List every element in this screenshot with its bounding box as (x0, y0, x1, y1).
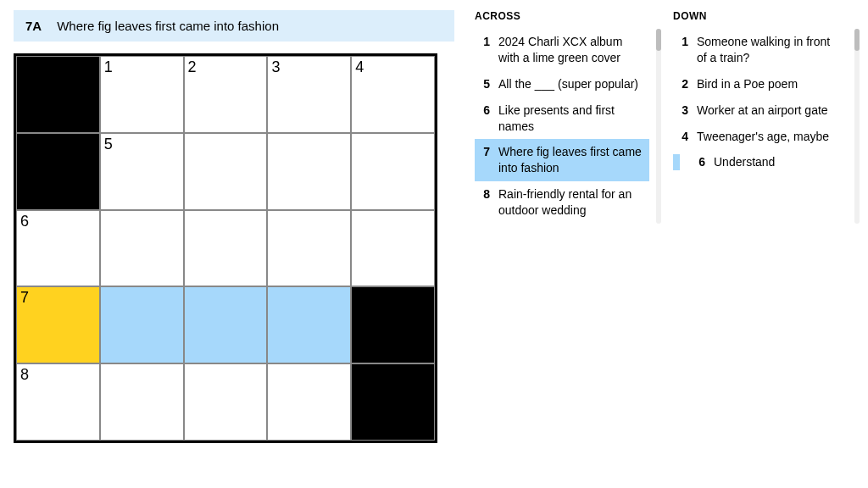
left-panel: 7A Where fig leaves first came into fash… (14, 10, 454, 443)
cell-number: 4 (355, 58, 364, 76)
clue-item[interactable]: 5All the ___ (super popular) (475, 71, 649, 97)
clue-item[interactable]: 3Worker at an airport gate (673, 97, 848, 124)
cell[interactable]: 5 (100, 133, 184, 210)
clue-text: Rain-friendly rental for an outdoor wedd… (498, 186, 644, 219)
scrollbar-thumb[interactable] (854, 29, 860, 51)
clue-item[interactable]: 6Understand (673, 149, 848, 175)
cell[interactable] (267, 133, 351, 210)
cell-number: 6 (20, 213, 29, 230)
cell-number: 8 (20, 366, 29, 384)
clue-highlight-bar (673, 154, 680, 170)
clue-number: 7 (478, 144, 490, 176)
cell-number: 2 (188, 58, 197, 76)
scrollbar-thumb[interactable] (656, 29, 661, 51)
cell[interactable]: 1 (100, 56, 184, 133)
clue-text: Where fig leaves first came into fashion (498, 144, 644, 176)
across-clue-list: 12024 Charli XCX album with a lime green… (475, 29, 649, 224)
clue-item[interactable]: 7Where fig leaves first came into fashio… (475, 139, 649, 181)
cell-black (16, 56, 100, 133)
down-clue-list: 1Someone walking in front of a train?2Bi… (673, 29, 848, 175)
clue-number: 1 (676, 34, 688, 66)
clue-number: 3 (676, 103, 688, 119)
clue-text: 2024 Charli XCX album with a lime green … (498, 34, 644, 66)
clue-text: Like presents and first names (498, 103, 644, 135)
across-heading: ACROSS (475, 10, 649, 22)
clue-number: 4 (676, 129, 688, 145)
crossword-layout: 7A Where fig leaves first came into fash… (14, 10, 854, 443)
cell-number: 7 (20, 289, 29, 307)
clue-number: 2 (676, 76, 688, 92)
clue-number: 5 (478, 76, 490, 92)
clue-number: 6 (693, 154, 705, 170)
cell[interactable] (100, 210, 184, 287)
clue-item[interactable]: 1Someone walking in front of a train? (673, 29, 848, 71)
across-column: ACROSS 12024 Charli XCX album with a lim… (475, 10, 656, 224)
cell[interactable] (184, 286, 268, 363)
cell-number: 3 (271, 58, 280, 76)
clue-text: Worker at an airport gate (697, 103, 843, 119)
current-clue-bar: 7A Where fig leaves first came into fash… (14, 10, 454, 42)
clue-text: Bird in a Poe poem (697, 76, 843, 92)
clue-text: Someone walking in front of a train? (697, 34, 843, 66)
clue-number: 6 (478, 103, 490, 135)
down-heading: DOWN (673, 10, 848, 22)
cell[interactable] (100, 286, 184, 363)
cell-black (16, 133, 100, 210)
clue-item[interactable]: 6Like presents and first names (475, 97, 649, 140)
clue-item[interactable]: 2Bird in a Poe poem (673, 71, 848, 97)
down-scrollbar[interactable] (854, 29, 860, 224)
cell-black (351, 363, 435, 441)
cell[interactable] (267, 363, 351, 441)
clue-text: Tweenager's age, maybe (697, 129, 843, 145)
cell[interactable] (100, 363, 184, 441)
cell[interactable] (351, 210, 435, 287)
cell-black (351, 286, 435, 363)
current-clue-label: 7A (25, 19, 42, 33)
cell[interactable]: 2 (184, 56, 268, 133)
down-column: DOWN 1Someone walking in front of a trai… (673, 10, 854, 224)
cell[interactable]: 3 (267, 56, 351, 133)
cell[interactable]: 8 (16, 363, 100, 441)
cell[interactable]: 4 (351, 56, 435, 133)
cell[interactable]: 6 (16, 210, 100, 287)
cell[interactable] (267, 210, 351, 287)
cell[interactable] (184, 210, 268, 287)
clue-item[interactable]: 12024 Charli XCX album with a lime green… (475, 29, 649, 71)
across-scrollbar[interactable] (656, 29, 661, 224)
cell-number: 1 (104, 58, 113, 76)
cell[interactable] (351, 133, 435, 210)
clue-item[interactable]: 4Tweenager's age, maybe (673, 124, 848, 150)
cell[interactable] (184, 133, 268, 210)
clue-item[interactable]: 8Rain-friendly rental for an outdoor wed… (475, 181, 649, 224)
cell[interactable] (267, 286, 351, 363)
cell-number: 5 (104, 136, 113, 153)
clue-number: 1 (478, 34, 490, 66)
clue-text: All the ___ (super popular) (498, 76, 644, 92)
clue-text: Understand (714, 154, 843, 170)
crossword-grid[interactable]: 12345678 (14, 53, 437, 443)
cell[interactable]: 7 (16, 286, 100, 363)
clue-columns: ACROSS 12024 Charli XCX album with a lim… (475, 10, 854, 224)
cell[interactable] (184, 363, 268, 441)
clue-number: 8 (478, 186, 490, 219)
current-clue-text: Where fig leaves first came into fashion (57, 19, 279, 33)
